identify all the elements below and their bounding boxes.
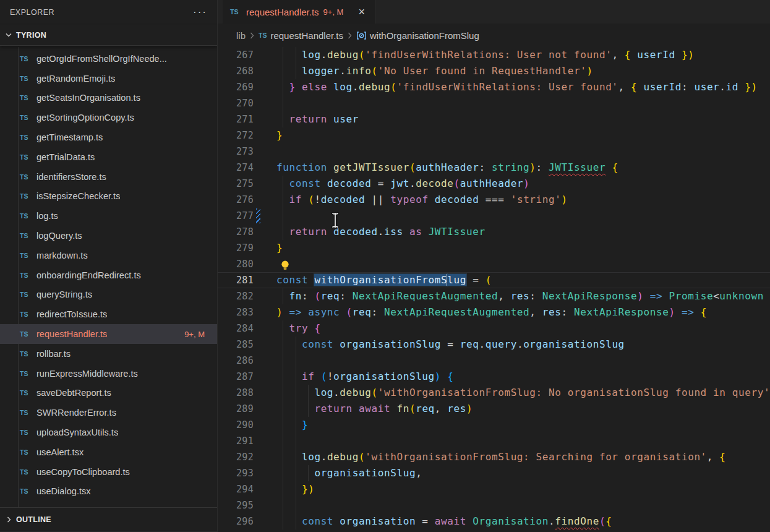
outline-section-header[interactable]: OUTLINE bbox=[0, 507, 217, 532]
code-line-291[interactable]: 291 bbox=[218, 433, 770, 449]
line-content: log.debug('findUserWithRelations: User n… bbox=[254, 47, 770, 63]
file-list: TSgetOrgIdFromShellOrgIfNeede...TSgetRan… bbox=[0, 46, 217, 521]
tree-item[interactable]: TSSWRRenderError.ts bbox=[0, 403, 217, 423]
line-number: 296 bbox=[218, 513, 254, 530]
code-line-270[interactable]: 270 bbox=[218, 95, 770, 111]
line-number: 281 bbox=[218, 272, 254, 288]
line-content: return user bbox=[254, 111, 770, 127]
project-section-header[interactable]: TYRION bbox=[0, 25, 217, 46]
indent-guide bbox=[283, 337, 283, 353]
line-number: 287 bbox=[218, 369, 254, 385]
breadcrumb-symbol[interactable]: withOrganisationFromSlug bbox=[370, 30, 479, 41]
indent-guide bbox=[283, 497, 283, 513]
code-line-295[interactable]: 295 bbox=[218, 497, 770, 513]
close-icon[interactable]: × bbox=[357, 7, 366, 17]
tree-item[interactable]: TSuseDialog.tsx bbox=[0, 482, 217, 502]
tree-item[interactable]: TSlog.ts bbox=[0, 206, 217, 226]
tree-item[interactable]: TSgetOrgIdFromShellOrgIfNeede... bbox=[0, 49, 217, 69]
indent-guide bbox=[296, 353, 296, 369]
code-line-272[interactable]: 272} bbox=[218, 127, 770, 144]
code-line-293[interactable]: 293 organisationSlug, bbox=[218, 465, 770, 481]
tree-item[interactable]: TSrunExpressMiddleware.ts bbox=[0, 364, 217, 384]
tree-item[interactable]: TSgetTrialData.ts bbox=[0, 147, 217, 167]
code-line-285[interactable]: 285 const organisationSlug = req.query.o… bbox=[218, 337, 770, 353]
breadcrumb-separator-icon bbox=[348, 32, 352, 39]
tree-item[interactable]: TSonboardingEndRedirect.ts bbox=[0, 265, 217, 285]
line-content: log.debug('withOrganisationFromSlug: No … bbox=[254, 385, 770, 401]
file-name: identifiersStore.ts bbox=[36, 172, 106, 182]
tree-item[interactable]: TSmarkdown.ts bbox=[0, 246, 217, 265]
tree-item[interactable]: TSsaveDebtReport.ts bbox=[0, 384, 217, 403]
indent-guide bbox=[308, 385, 309, 401]
code-line-287[interactable]: 287 if (!organisationSlug) { bbox=[218, 369, 770, 385]
code-line-275[interactable]: 275 const decoded = jwt.decode(authHeade… bbox=[218, 176, 770, 192]
tree-item[interactable]: TSidentifiersStore.ts bbox=[0, 167, 217, 187]
indent-guide bbox=[283, 401, 283, 417]
code-line-269[interactable]: 269 } else log.debug('findUserWithRelati… bbox=[218, 79, 770, 95]
file-name: rollbar.ts bbox=[36, 349, 71, 359]
file-name: redirectToIssue.ts bbox=[36, 309, 107, 319]
ts-file-icon: TS bbox=[20, 55, 32, 62]
tree-item[interactable]: TSrequestHandler.ts9+, M bbox=[0, 324, 217, 344]
code-line-296[interactable]: 296 const organisation = await Organisat… bbox=[218, 513, 770, 530]
tree-item[interactable]: TSgetSeatsInOrganisation.ts bbox=[0, 88, 217, 108]
tree-item[interactable]: TSuseCopyToClipboard.ts bbox=[0, 462, 217, 482]
code-line-277[interactable]: 277 bbox=[218, 208, 770, 224]
indent-guide bbox=[283, 481, 283, 497]
code-line-290[interactable]: 290 } bbox=[218, 417, 770, 433]
breadcrumb-file[interactable]: requestHandler.ts bbox=[270, 30, 343, 41]
code-line-278[interactable]: 278 return decoded.iss as JWTIssuer bbox=[218, 224, 770, 240]
code-line-283[interactable]: 283) => async (req: NextApiRequestAugmen… bbox=[218, 304, 770, 320]
code-line-274[interactable]: 274function getJWTIssuer(authHeader: str… bbox=[218, 160, 770, 176]
more-actions-icon[interactable]: ··· bbox=[193, 9, 207, 15]
tree-item[interactable]: TSuploadSyntaxUtils.ts bbox=[0, 423, 217, 442]
tree-item[interactable]: TSgetRandomEmoji.ts bbox=[0, 69, 217, 88]
code-line-279[interactable]: 279} bbox=[218, 240, 770, 256]
tree-item[interactable]: TSqueryString.ts bbox=[0, 285, 217, 305]
lightbulb-icon[interactable] bbox=[281, 259, 289, 272]
code-line-271[interactable]: 271 return user bbox=[218, 111, 770, 127]
code-line-282[interactable]: 282 fn: (req: NextApiRequestAugmented, r… bbox=[218, 288, 770, 304]
line-content: const organisationSlug = req.query.organ… bbox=[254, 337, 770, 353]
line-content bbox=[254, 256, 770, 272]
code-line-268[interactable]: 268 logger.info('No User found in Reques… bbox=[218, 63, 770, 79]
symbol-variable-icon bbox=[356, 31, 367, 40]
line-content: logger.info('No User found in RequestHan… bbox=[254, 63, 770, 79]
line-number: 284 bbox=[218, 320, 254, 337]
tab-requesthandler[interactable]: TS requestHandler.ts 9+, M × bbox=[223, 0, 375, 24]
code-line-288[interactable]: 288 log.debug('withOrganisationFromSlug:… bbox=[218, 385, 770, 401]
indent-guide bbox=[283, 417, 283, 433]
tree-item[interactable]: TSrollbar.ts bbox=[0, 344, 217, 364]
code-line-292[interactable]: 292 log.debug('withOrganisationFromSlug:… bbox=[218, 449, 770, 465]
line-number: 267 bbox=[218, 47, 254, 63]
code-line-281[interactable]: 281const withOrganisationFromSlug = ( bbox=[218, 272, 770, 288]
breadcrumb-folder[interactable]: lib bbox=[236, 30, 246, 41]
code-line-276[interactable]: 276 if (!decoded || typeof decoded === '… bbox=[218, 192, 770, 208]
tree-item[interactable]: TSlogQuery.ts bbox=[0, 226, 217, 246]
tree-item[interactable]: TSuseAlert.tsx bbox=[0, 442, 217, 462]
code-line-286[interactable]: 286 bbox=[218, 353, 770, 369]
code-line-273[interactable]: 273 bbox=[218, 144, 770, 160]
tree-item[interactable]: TSisStepsizeChecker.ts bbox=[0, 187, 217, 207]
tree-item[interactable]: TSgetSortingOptionCopy.ts bbox=[0, 108, 217, 127]
ts-file-icon: TS bbox=[20, 153, 32, 161]
code-line-284[interactable]: 284 try { bbox=[218, 320, 770, 337]
line-content: const organisation = await Organisation.… bbox=[254, 513, 770, 530]
tree-item[interactable]: TSgetTimestamp.ts bbox=[0, 127, 217, 147]
line-content: log.debug('withOrganisationFromSlug: Sea… bbox=[254, 449, 770, 465]
indent-guide bbox=[283, 224, 283, 240]
code-line-280[interactable]: 280 bbox=[218, 256, 770, 272]
indent-guide bbox=[283, 79, 283, 95]
line-number: 288 bbox=[218, 385, 254, 401]
breadcrumb-separator-icon bbox=[250, 32, 254, 39]
code-line-294[interactable]: 294 }) bbox=[218, 481, 770, 497]
code-line-267[interactable]: 267 log.debug('findUserWithRelations: Us… bbox=[218, 47, 770, 63]
code-editor[interactable]: 267 log.debug('findUserWithRelations: Us… bbox=[218, 47, 770, 532]
line-content: function getJWTIssuer(authHeader: string… bbox=[254, 160, 770, 176]
tree-item[interactable]: TSredirectToIssue.ts bbox=[0, 304, 217, 324]
ts-file-icon: TS bbox=[20, 94, 32, 101]
file-name: useAlert.tsx bbox=[36, 447, 83, 457]
ts-file-icon: TS bbox=[20, 429, 32, 436]
code-line-289[interactable]: 289 return await fn(req, res) bbox=[218, 401, 770, 417]
line-content: try { bbox=[254, 320, 770, 337]
